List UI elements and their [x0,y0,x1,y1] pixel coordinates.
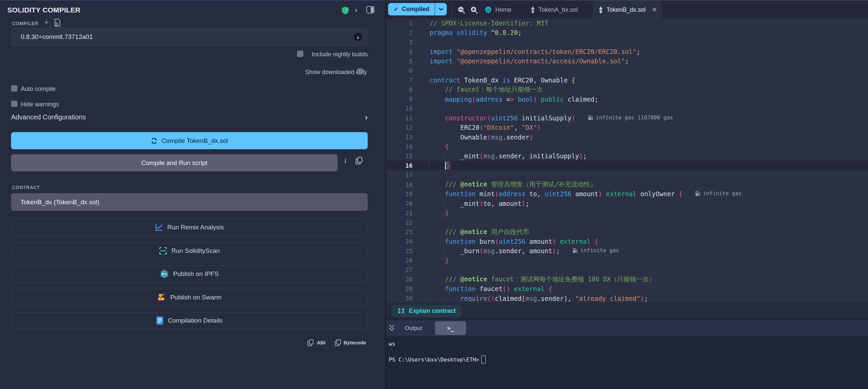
code-line[interactable]: 10 [386,104,868,113]
copy-bytecode-icon[interactable] [335,339,341,346]
code-line[interactable]: 6 [386,66,868,75]
line-number[interactable]: 8 [386,86,412,93]
shield-icon[interactable] [342,6,349,15]
auto-compile-checkbox[interactable] [11,85,18,91]
compiled-status-button[interactable]: ✓ Compiled [388,3,447,16]
line-number[interactable]: 22 [386,219,412,226]
line-number[interactable]: 15 [386,152,412,160]
run-remix-analysis-button[interactable]: Run Remix Analysis [11,219,368,236]
line-number[interactable]: 6 [386,67,412,74]
line-number[interactable]: 9 [386,95,412,103]
bytecode-label[interactable]: Bytecode [344,340,366,345]
run-solidityscan-button[interactable]: Run SolidityScan [11,243,368,259]
chevron-down-icon[interactable] [435,3,447,16]
line-number[interactable]: 26 [386,257,412,264]
line-number[interactable]: 5 [386,58,412,65]
code-line[interactable]: 23 /// @notice 用户自毁代币 [386,227,868,237]
close-icon[interactable]: ✕ [652,6,657,13]
line-number[interactable]: 20 [386,200,412,207]
line-number[interactable]: 18 [386,181,412,188]
tab-tokenb-active[interactable]: TokenB_dx.sol ✕ [593,1,662,19]
code-line[interactable]: 18 /// @notice 管理员增发（用于测试/补充流动性） [386,180,868,189]
hide-warnings-checkbox[interactable] [11,101,18,107]
chevron-right-icon[interactable]: › [365,113,368,122]
line-number[interactable]: 4 [386,48,412,55]
line-number[interactable]: 28 [386,276,412,283]
code-line[interactable]: 15 _mint(msg.sender, initialSupply); [386,151,868,161]
compile-button[interactable]: Compile TokenB_dx.sol [11,132,368,149]
output-tab-button[interactable]: Output [399,322,428,334]
terminal-output-area[interactable]: ws PS C:\Users\bxx\Desktop\ETH> [386,336,868,389]
code-line[interactable]: 25 _burn(msg.sender, amount);infinite ga… [386,246,868,255]
plus-icon[interactable]: + [44,18,49,27]
code-line[interactable]: 29 function faucet() external { [386,284,868,294]
code-line[interactable]: 9 mapping(address => bool) public claime… [386,94,868,104]
code-line[interactable]: 3 [386,37,868,47]
line-number[interactable]: 10 [386,105,412,112]
code-line[interactable]: 12 ERC20("DXcoin", "DX") [386,123,868,132]
columns-panel-icon[interactable] [366,6,374,13]
terminal-prompt-line[interactable]: PS C:\Users\bxx\Desktop\ETH> [389,356,486,363]
code-editor[interactable]: 1// SPDX-License-Identifier: MIT2pragma … [386,19,868,303]
zoom-out-icon[interactable] [457,6,466,15]
line-number[interactable]: 24 [386,238,412,245]
code-line[interactable]: 14 { [386,142,868,151]
code-line[interactable]: 19 function mint(address to, uint256 amo… [386,189,868,198]
tab-home[interactable]: Home [484,1,512,19]
compiler-version-select[interactable]: 0.8.30+commit.73712a01 ▲ [11,28,368,46]
code-line[interactable]: 1// SPDX-License-Identifier: MIT [386,19,868,28]
double-chevron-down-icon[interactable] [389,324,395,332]
code-line[interactable]: 20 _mint(to, amount); [386,199,868,208]
publish-ipfs-button[interactable]: IPFS Publish on IPFS [11,266,368,282]
zoom-in-icon[interactable] [470,6,478,15]
copy-abi-icon[interactable] [307,339,313,346]
code-line[interactable]: 28 /// @notice faucet：测试网每个地址免费领 100 DX（… [386,275,868,284]
code-line[interactable]: 26 } [386,255,868,265]
import-file-icon[interactable] [54,19,61,27]
code-line[interactable]: 13 Ownable(msg.sender) [386,133,868,142]
line-number[interactable]: 3 [386,38,412,46]
copy-icon[interactable] [355,157,362,164]
tab-tokena[interactable]: TokenA_bx.sol [530,1,578,19]
code-line[interactable]: 8 // faucet：每个地址只能领一次 [386,85,868,94]
line-number[interactable]: 11 [386,115,412,122]
info-icon[interactable]: i [344,156,346,165]
line-number[interactable]: 23 [386,228,412,235]
publish-swarm-button[interactable]: Publish on Swarm [11,289,368,306]
advanced-configurations[interactable]: Advanced Configurations [11,113,86,121]
code-line[interactable]: 11 constructor(uint256 initialSupply)inf… [386,113,868,123]
code-line[interactable]: 5import "@openzeppelin/contracts/access/… [386,56,868,66]
line-number[interactable]: 13 [386,134,412,140]
code-line[interactable]: 24 function burn(uint256 amount) externa… [386,237,868,246]
line-number[interactable]: 25 [386,248,412,254]
compile-and-run-button[interactable]: Compile and Run script [11,154,338,171]
code-line[interactable]: 27 [386,265,868,275]
line-number[interactable]: 7 [386,77,412,83]
code-line[interactable]: 2pragma solidity ^0.8.20; [386,28,868,37]
code-line[interactable]: 21 } [386,208,868,218]
compilation-details-button[interactable]: Compilation Details [11,312,368,329]
line-number[interactable]: 29 [386,285,412,293]
line-number[interactable]: 2 [386,29,412,36]
show-downloaded-checkbox[interactable] [357,68,363,75]
code-line[interactable]: 7contract TokenB_dx is ERC20, Ownable { [386,76,868,85]
abi-label[interactable]: ABI [317,340,326,345]
line-number[interactable]: 16 [386,162,412,169]
code-line[interactable]: 4import "@openzeppelin/contracts/token/E… [386,47,868,56]
line-number[interactable]: 1 [386,20,412,27]
line-number[interactable]: 30 [386,295,412,302]
include-nightly-checkbox[interactable] [297,51,303,57]
code-line[interactable]: 16 } [386,161,868,170]
terminal-prompt-button[interactable]: >_ [435,321,466,335]
code-line[interactable]: 30 require(!claimed[msg.sender], "alread… [386,294,868,303]
line-number[interactable]: 19 [386,191,412,197]
line-number[interactable]: 21 [386,210,412,217]
line-number[interactable]: 14 [386,143,412,150]
contract-select[interactable]: TokenB_dx (TokenB_dx.sol) [11,193,368,211]
line-number[interactable]: 17 [386,171,412,178]
code-line[interactable]: 17 [386,170,868,180]
explain-contract-button[interactable]: Explain contract [392,305,462,317]
line-number[interactable]: 27 [386,266,412,273]
line-number[interactable]: 12 [386,124,412,131]
code-line[interactable]: 22 [386,218,868,227]
